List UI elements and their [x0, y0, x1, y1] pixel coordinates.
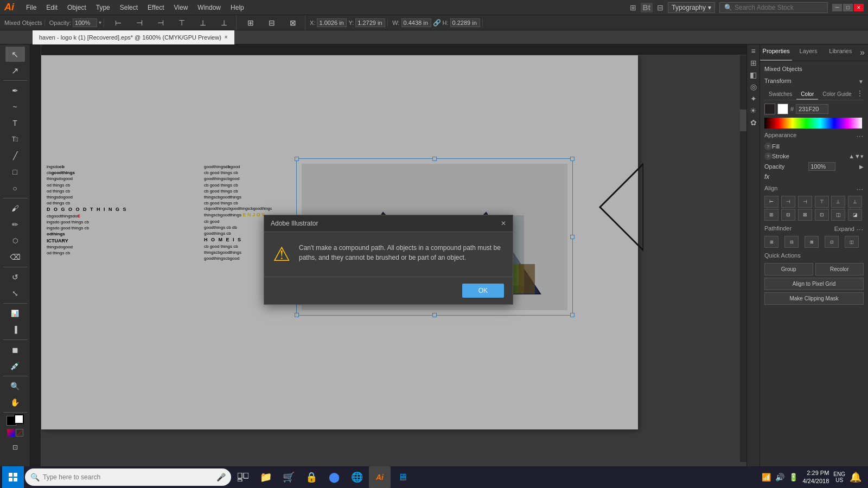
menu-view[interactable]: View	[170, 3, 193, 12]
battery-icon[interactable]: 🔋	[789, 473, 798, 481]
transform-expand-icon[interactable]: ▼	[858, 79, 864, 85]
distribute-v-icon[interactable]: ⊟	[262, 15, 282, 30]
stroke-chevron-icon[interactable]: ▾	[860, 153, 864, 160]
dist-space-h-btn[interactable]: ⊠	[798, 209, 812, 221]
align-left-btn[interactable]: ⊢	[764, 196, 778, 208]
tab-properties[interactable]: Properties	[760, 44, 792, 61]
pathfinder-divide-btn[interactable]: ◫	[845, 236, 859, 248]
typography-dropdown[interactable]: Typography ▾	[668, 2, 715, 13]
opacity-appearance-input[interactable]	[808, 162, 835, 171]
workspace-icon[interactable]: ⊟	[657, 3, 663, 12]
menu-type[interactable]: Type	[92, 3, 114, 12]
x-input[interactable]	[317, 18, 347, 27]
tab-close-button[interactable]: ×	[225, 34, 228, 40]
align-center-h-icon[interactable]: ⊣	[130, 15, 149, 30]
tab-layers[interactable]: Layers	[792, 44, 824, 61]
color-gradient-bar[interactable]	[764, 118, 862, 129]
effects-icon[interactable]: ✿	[750, 118, 757, 127]
store-button[interactable]: 🛒	[278, 467, 299, 487]
align-menu-icon[interactable]: ···	[857, 185, 864, 193]
pencil-tool[interactable]: ✏	[5, 217, 25, 232]
stroke-question-icon[interactable]: ?	[764, 152, 772, 160]
none-color-icon[interactable]	[16, 429, 23, 436]
y-input[interactable]	[355, 18, 385, 27]
menu-object[interactable]: Object	[63, 3, 91, 12]
select-tool[interactable]: ↖	[5, 47, 25, 62]
file-explorer-button[interactable]: 📁	[255, 467, 277, 487]
menu-file[interactable]: File	[22, 3, 41, 12]
menu-effect[interactable]: Effect	[143, 3, 168, 12]
stroke-down-icon[interactable]: ▼	[854, 153, 860, 159]
color-wheel-icon[interactable]: ◎	[750, 82, 757, 91]
chrome-button[interactable]: ⬤	[323, 467, 345, 487]
pathfinder-unite-btn[interactable]: ⊞	[764, 236, 778, 248]
pathfinder-menu-icon[interactable]: ···	[857, 226, 864, 233]
color-tab-guide[interactable]: Color Guide	[818, 89, 856, 100]
fill-color-swatch[interactable]	[764, 104, 775, 114]
fx-label[interactable]: fx	[764, 173, 769, 181]
hex-input[interactable]	[796, 104, 828, 114]
dist-h-btn[interactable]: ⊞	[764, 209, 778, 221]
eraser-tool[interactable]: ⌫	[5, 249, 25, 265]
system-clock[interactable]: 2:29 PM 4/24/2018	[802, 469, 829, 486]
stock-search-input[interactable]	[735, 4, 821, 11]
volume-icon[interactable]: 🔊	[775, 473, 784, 481]
pathfinder-exclude-btn[interactable]: ⊡	[825, 236, 839, 248]
menu-window[interactable]: Window	[193, 3, 225, 12]
illustrator-taskbar-button[interactable]: Ai	[369, 466, 391, 488]
h-input[interactable]	[450, 18, 480, 27]
stroke-color-swatch[interactable]	[777, 104, 788, 114]
align-pixel-grid-button[interactable]: Align to Pixel Grid	[764, 278, 864, 290]
eyedropper-tool[interactable]: 💉	[5, 358, 25, 374]
opacity-chevron-icon[interactable]: ▾	[99, 20, 101, 25]
shaper-tool[interactable]: ⬡	[5, 233, 25, 248]
security-button[interactable]: 🔒	[301, 467, 322, 487]
microphone-icon[interactable]: 🎤	[216, 473, 226, 481]
panel-collapse-icon[interactable]: »	[857, 44, 868, 61]
gradient-color-icon[interactable]	[7, 429, 15, 436]
align-top-btn[interactable]: ⊤	[815, 196, 829, 208]
color-tab-swatches[interactable]: Swatches	[764, 89, 796, 100]
taskbar-search-input[interactable]	[43, 473, 213, 481]
dialog-close-icon[interactable]: ✕	[501, 220, 506, 227]
align-center-h-btn[interactable]: ⊣	[781, 196, 795, 208]
color-tab-color[interactable]: Color	[796, 89, 818, 100]
canvas-area[interactable]: ingsdocb cbgoodthings thingsdogood od th…	[30, 44, 746, 475]
dist-space-v-btn[interactable]: ⊡	[815, 209, 829, 221]
color-panel-menu-icon[interactable]: ⋮	[857, 89, 864, 100]
direct-select-tool[interactable]: ↗	[5, 63, 25, 78]
hp-button[interactable]: 🖥	[392, 467, 413, 487]
pen-tool[interactable]: ✒	[5, 83, 25, 98]
ellipse-tool[interactable]: ○	[5, 181, 25, 196]
language-selector[interactable]: ENG US	[833, 471, 845, 483]
libraries-icon[interactable]: ◧	[750, 70, 757, 79]
distribute-h-icon[interactable]: ⊞	[241, 15, 260, 30]
align-right-icon[interactable]: ⊣	[151, 15, 170, 30]
arrange-icon[interactable]: ⊞	[630, 3, 636, 12]
gradient-tool[interactable]: ◼	[5, 342, 25, 357]
menu-edit[interactable]: Edit	[42, 3, 62, 12]
dist-right-btn[interactable]: ◪	[848, 209, 862, 221]
close-button[interactable]: ✕	[854, 4, 864, 11]
appearance-menu-icon[interactable]: ···	[857, 132, 864, 140]
link-wh-icon[interactable]: 🔗	[433, 19, 441, 27]
paintbrush-tool[interactable]: 🖌	[5, 201, 25, 216]
group-button[interactable]: Group	[764, 263, 813, 275]
align-top-icon[interactable]: ⊤	[172, 15, 192, 30]
notifications-icon[interactable]: 🔔	[850, 471, 861, 483]
align-left-icon[interactable]: ⊢	[108, 15, 128, 30]
align-right-btn[interactable]: ⊣	[798, 196, 812, 208]
dist-left-btn[interactable]: ◫	[831, 209, 845, 221]
menu-help[interactable]: Help	[226, 3, 248, 12]
align-bottom-icon[interactable]: ⊥	[214, 15, 234, 30]
align-middle-v-btn[interactable]: ⊥	[831, 196, 845, 208]
maximize-button[interactable]: □	[843, 4, 853, 11]
make-clipping-mask-button[interactable]: Make Clipping Mask	[764, 292, 864, 305]
graph-tool[interactable]: 📊	[5, 306, 25, 321]
stroke-up-icon[interactable]: ▲	[848, 153, 854, 159]
column-graph-tool[interactable]: ▐	[5, 322, 25, 337]
rotate-tool[interactable]: ↺	[5, 269, 25, 285]
rect-tool[interactable]: □	[5, 164, 25, 179]
type-tool[interactable]: T	[5, 115, 25, 131]
recolor-button[interactable]: Recolor	[815, 263, 864, 275]
